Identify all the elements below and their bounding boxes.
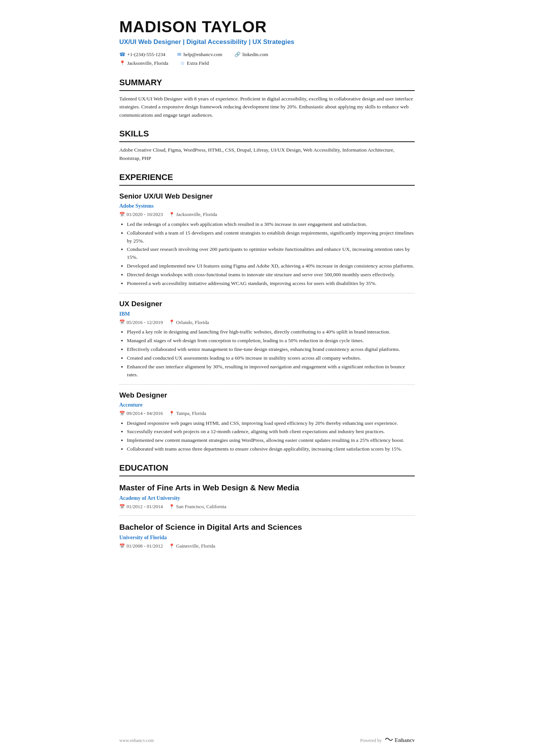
job-2-title: UX Designer xyxy=(119,299,415,310)
enhancv-brand-name: Enhancv xyxy=(395,736,415,744)
footer-brand: Powered by Enhancv xyxy=(360,735,415,745)
linkedin-value: linkedin.com xyxy=(242,51,268,58)
email-contact: ✉ help@enhancv.com xyxy=(177,51,222,58)
bullet-item: Successfully executed web projects on a … xyxy=(127,428,415,436)
degree-2-school: University of Florida xyxy=(119,534,415,542)
experience-title: EXPERIENCE xyxy=(119,171,415,186)
degree-1: Master of Fine Arts in Web Design & New … xyxy=(119,482,415,510)
bullet-item: Collaborated with teams across three dep… xyxy=(127,445,415,453)
job-3: Web Designer Accenture 📅 09/2014 - 04/20… xyxy=(119,390,415,454)
bullet-item: Designed responsive web pages using HTML… xyxy=(127,419,415,427)
degree-1-meta: 📅 01/2012 - 01/2014 📍 San Francisco, Cal… xyxy=(119,503,415,510)
bullet-item: Created and conducted UX assessments lea… xyxy=(127,354,415,362)
job-2-location: 📍 Orlando, Florida xyxy=(169,319,209,326)
job-1-meta: 📅 01/2020 - 10/2023 📍 Jacksonville, Flor… xyxy=(119,211,415,218)
summary-title: SUMMARY xyxy=(119,76,415,91)
resume-page: MADISON TAYLOR UX/UI Web Designer | Digi… xyxy=(97,0,437,756)
job-3-meta: 📅 09/2014 - 04/2016 📍 Tampa, Florida xyxy=(119,410,415,417)
footer-website: www.enhancv.com xyxy=(119,737,154,744)
powered-by-label: Powered by xyxy=(360,737,382,744)
job-3-bullets: Designed responsive web pages using HTML… xyxy=(119,419,415,454)
bullet-item: Implemented new content management strat… xyxy=(127,437,415,445)
phone-contact: ☎ +1-(234)-555-1234 xyxy=(119,51,165,58)
degree-1-school: Academy of Art University xyxy=(119,494,415,502)
job-1-date: 📅 01/2020 - 10/2023 xyxy=(119,211,163,218)
pin-icon: 📍 xyxy=(169,503,175,510)
header: MADISON TAYLOR UX/UI Web Designer | Digi… xyxy=(119,18,415,68)
pin-icon: 📍 xyxy=(169,319,175,326)
edu-divider-1 xyxy=(119,515,415,516)
job-3-company: Accenture xyxy=(119,401,415,409)
job-1-title: Senior UX/UI Web Designer xyxy=(119,191,415,202)
job-3-date: 📅 09/2014 - 04/2016 xyxy=(119,410,163,417)
degree-2-location: 📍 Gainesville, Florida xyxy=(169,542,215,550)
location-icon: 📍 xyxy=(119,59,125,67)
bullet-item: Led the redesign of a complex web applic… xyxy=(127,221,415,229)
star-icon: ☆ xyxy=(180,59,185,67)
job-2-meta: 📅 05/2016 - 12/2019 📍 Orlando, Florida xyxy=(119,319,415,326)
pin-icon: 📍 xyxy=(169,211,175,218)
job-3-title: Web Designer xyxy=(119,390,415,401)
enhancv-logo: Enhancv xyxy=(385,735,415,745)
footer: www.enhancv.com Powered by Enhancv xyxy=(119,735,415,745)
candidate-title: UX/UI Web Designer | Digital Accessibili… xyxy=(119,37,415,47)
bullet-item: Pioneered a web accessibility initiative… xyxy=(127,280,415,288)
job-1-location: 📍 Jacksonville, Florida xyxy=(169,211,217,218)
location-contact: 📍 Jacksonville, Florida xyxy=(119,59,168,67)
degree-2: Bachelor of Science in Digital Arts and … xyxy=(119,521,415,549)
calendar-icon: 📅 xyxy=(119,211,125,218)
summary-text: Talented UX/UI Web Designer with 8 years… xyxy=(119,95,415,119)
bullet-item: Enhanced the user interface alignment by… xyxy=(127,363,415,379)
pin-icon: 📍 xyxy=(169,543,175,549)
candidate-name: MADISON TAYLOR xyxy=(119,18,415,36)
calendar-icon: 📅 xyxy=(119,503,125,510)
degree-2-date: 📅 01/2008 - 01/2012 xyxy=(119,542,163,550)
bullet-item: Effectively collaborated with senior man… xyxy=(127,346,415,354)
calendar-icon: 📅 xyxy=(119,319,125,326)
enhancv-icon xyxy=(385,735,393,745)
phone-value: +1-(234)-555-1234 xyxy=(127,51,165,58)
contact-row-2: 📍 Jacksonville, Florida ☆ Extra Field xyxy=(119,59,415,68)
extra-field-value: Extra Field xyxy=(187,59,209,67)
bullet-item: Played a key role in designing and launc… xyxy=(127,328,415,336)
calendar-icon: 📅 xyxy=(119,410,125,417)
job-2-date: 📅 05/2016 - 12/2019 xyxy=(119,319,163,326)
linkedin-contact: 🔗 linkedin.com xyxy=(234,51,268,58)
phone-icon: ☎ xyxy=(119,51,125,58)
job-1-bullets: Led the redesign of a complex web applic… xyxy=(119,221,415,288)
contact-row-1: ☎ +1-(234)-555-1234 ✉ help@enhancv.com 🔗… xyxy=(119,51,415,59)
exp-divider-2 xyxy=(119,384,415,385)
extra-field-contact: ☆ Extra Field xyxy=(180,59,209,67)
education-section: EDUCATION Master of Fine Arts in Web Des… xyxy=(119,462,415,549)
email-icon: ✉ xyxy=(177,51,181,58)
experience-section: EXPERIENCE Senior UX/UI Web Designer Ado… xyxy=(119,171,415,454)
bullet-item: Collaborated with a team of 15 developer… xyxy=(127,229,415,245)
calendar-icon: 📅 xyxy=(119,543,125,549)
degree-2-title: Bachelor of Science in Digital Arts and … xyxy=(119,521,415,533)
pin-icon: 📍 xyxy=(169,410,175,417)
bullet-item: Directed design workshops with cross-fun… xyxy=(127,271,415,279)
job-2-company: IBM xyxy=(119,310,415,318)
skills-text: Adobe Creative Cloud, Figma, WordPress, … xyxy=(119,146,415,162)
job-2: UX Designer IBM 📅 05/2016 - 12/2019 📍 Or… xyxy=(119,299,415,379)
bullet-item: Managed all stages of web design from co… xyxy=(127,337,415,345)
degree-1-title: Master of Fine Arts in Web Design & New … xyxy=(119,482,415,494)
degree-1-location: 📍 San Francisco, California xyxy=(169,503,226,510)
summary-section: SUMMARY Talented UX/UI Web Designer with… xyxy=(119,76,415,119)
link-icon: 🔗 xyxy=(234,51,240,58)
skills-title: SKILLS xyxy=(119,127,415,142)
degree-2-meta: 📅 01/2008 - 01/2012 📍 Gainesville, Flori… xyxy=(119,542,415,550)
education-title: EDUCATION xyxy=(119,462,415,476)
email-value: help@enhancv.com xyxy=(183,51,222,58)
bullet-item: Developed and implemented new UI feature… xyxy=(127,262,415,270)
degree-1-date: 📅 01/2012 - 01/2014 xyxy=(119,503,163,510)
exp-divider-1 xyxy=(119,293,415,293)
bullet-item: Conducted user research involving over 2… xyxy=(127,246,415,261)
skills-section: SKILLS Adobe Creative Cloud, Figma, Word… xyxy=(119,127,415,162)
location-value: Jacksonville, Florida xyxy=(127,59,168,67)
job-2-bullets: Played a key role in designing and launc… xyxy=(119,328,415,379)
job-1: Senior UX/UI Web Designer Adobe Systems … xyxy=(119,191,415,288)
job-3-location: 📍 Tampa, Florida xyxy=(169,410,206,417)
job-1-company: Adobe Systems xyxy=(119,202,415,210)
